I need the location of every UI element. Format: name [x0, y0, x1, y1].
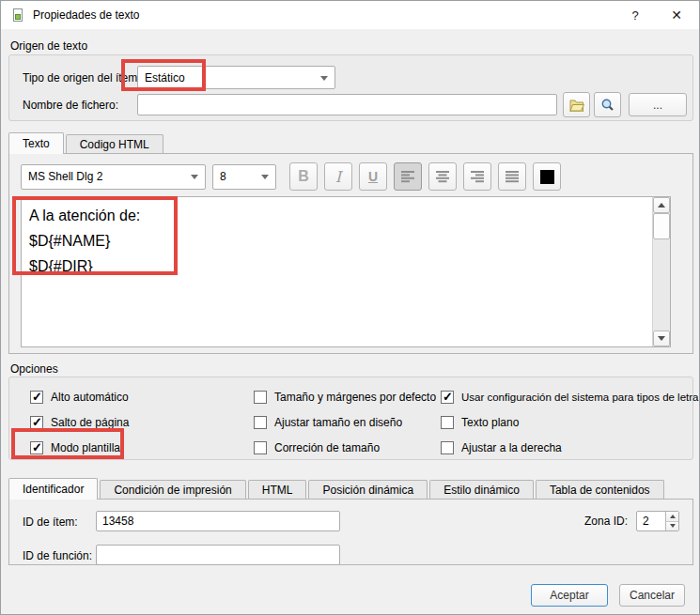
- checkbox-texto-plano[interactable]: ✓ Texto plano: [441, 416, 692, 429]
- folder-icon: [569, 99, 584, 112]
- tipo-origen-label: Tipo de origen del ítem:: [23, 71, 141, 85]
- text-properties-dialog: Propiedades de texto ? ✕ Origen de texto…: [0, 0, 700, 615]
- checkbox-label: Correción de tamaño: [274, 441, 380, 454]
- align-center-button[interactable]: [428, 162, 457, 191]
- tab-texto[interactable]: Texto: [8, 132, 64, 154]
- spin-up-button[interactable]: [666, 512, 678, 522]
- font-color-button[interactable]: [533, 162, 561, 191]
- text-line: A la atención de:: [29, 203, 645, 228]
- text-line: $D{#NAME}: [29, 228, 645, 254]
- opciones-groupbox: ✓ Alto automático ✓ Salto de página ✓ Mo…: [8, 377, 693, 460]
- italic-icon: I: [335, 168, 341, 186]
- bold-button[interactable]: B: [289, 162, 318, 191]
- checkbox-box[interactable]: ✓: [30, 391, 43, 404]
- id-item-input[interactable]: [96, 511, 340, 531]
- checkbox-label: Tamaño y márgenes por defecto: [274, 391, 436, 404]
- check-icon: ✓: [443, 390, 453, 404]
- align-center-icon: [434, 170, 451, 183]
- underline-button[interactable]: U: [359, 162, 387, 191]
- spin-down-button[interactable]: [666, 522, 678, 531]
- checkbox-box[interactable]: ✓: [30, 416, 43, 429]
- checkbox-box[interactable]: ✓: [441, 416, 454, 429]
- checkbox-box[interactable]: ✓: [254, 441, 267, 454]
- text-line: $D{#DIR}: [29, 254, 645, 279]
- tab-identificador[interactable]: Identificador: [8, 478, 98, 500]
- tab-condicion-impresion[interactable]: Condición de impresión: [100, 480, 245, 500]
- fichero-input[interactable]: [137, 94, 557, 115]
- italic-button[interactable]: I: [324, 162, 352, 191]
- scroll-down-button[interactable]: [653, 331, 670, 346]
- scrollbar-thumb[interactable]: [653, 213, 670, 239]
- checkbox-ajustar-tamano[interactable]: ✓ Ajustar tamaño en diseño: [254, 416, 460, 429]
- id-funcion-input[interactable]: [96, 545, 340, 565]
- origen-groupbox: Tipo de origen del ítem: Estático Nombre…: [8, 54, 693, 121]
- zona-id-label: Zona ID:: [584, 515, 628, 528]
- scrollbar-track[interactable]: [653, 213, 670, 331]
- open-file-button[interactable]: [563, 92, 590, 117]
- checkbox-label: Modo plantilla: [51, 441, 120, 454]
- checkbox-salto-de-pagina[interactable]: ✓ Salto de página: [30, 416, 246, 429]
- tab-posicion-dinamica[interactable]: Posición dinámica: [308, 480, 428, 500]
- checkbox-box[interactable]: ✓: [254, 391, 267, 404]
- tipo-origen-combobox[interactable]: Estático: [137, 66, 335, 89]
- tab-tabla-contenidos[interactable]: Tabla de contenidos: [536, 480, 664, 500]
- checkbox-box[interactable]: ✓: [441, 441, 454, 454]
- checkbox-label: Texto plano: [461, 416, 519, 429]
- font-family-value: MS Shell Dlg 2: [28, 170, 102, 183]
- zona-id-spinner[interactable]: [636, 511, 679, 531]
- accept-button[interactable]: Aceptar: [531, 584, 608, 607]
- checkbox-box[interactable]: ✓: [441, 391, 454, 404]
- checkbox-ajustar-derecha[interactable]: ✓ Ajustar a la derecha: [441, 441, 692, 454]
- help-button[interactable]: ?: [616, 1, 654, 29]
- zona-id-group: Zona ID:: [584, 511, 679, 531]
- checkbox-alto-automatico[interactable]: ✓ Alto automático: [30, 391, 246, 404]
- font-family-combobox[interactable]: MS Shell Dlg 2: [21, 164, 206, 190]
- id-funcion-label: ID de función:: [23, 549, 92, 562]
- checkbox-usar-configuracion-sistema[interactable]: ✓ Usar configuración del sistema para ti…: [441, 391, 692, 404]
- align-justify-button[interactable]: [498, 162, 526, 191]
- checkbox-tamano-margenes[interactable]: ✓ Tamaño y márgenes por defecto: [254, 391, 460, 404]
- align-left-button[interactable]: [394, 162, 422, 191]
- scroll-up-button[interactable]: [653, 197, 670, 213]
- checkbox-label: Usar configuración del sistema para tipo…: [461, 392, 699, 403]
- checkbox-correcion-tamano[interactable]: ✓ Correción de tamaño: [254, 441, 460, 454]
- checkbox-box[interactable]: ✓: [254, 416, 267, 429]
- search-file-button[interactable]: [594, 92, 621, 117]
- document-icon: [10, 8, 25, 23]
- arrow-down-icon: [670, 524, 676, 528]
- close-button[interactable]: ✕: [654, 1, 699, 29]
- editor-tabpanel: MS Shell Dlg 2 8 B I U: [8, 153, 693, 354]
- align-justify-icon: [504, 170, 521, 183]
- identificador-tabpanel: ID de ítem: Zona ID: ID de función:: [8, 499, 693, 565]
- chevron-down-icon: [191, 175, 198, 179]
- arrow-up-icon: [658, 203, 665, 208]
- text-content-area[interactable]: A la atención de: $D{#NAME} $D{#DIR}: [21, 196, 671, 347]
- identificador-tabbar: Identificador Condición de impresión HTM…: [8, 478, 666, 500]
- tab-estilo-dinamico[interactable]: Estilo dinámico: [429, 480, 534, 500]
- textarea-scrollbar[interactable]: [652, 197, 670, 346]
- align-right-icon: [469, 170, 486, 183]
- cancel-button[interactable]: Cancelar: [619, 584, 685, 607]
- align-right-button[interactable]: [463, 162, 491, 191]
- options-column-3: ✓ Usar configuración del sistema para ti…: [441, 391, 692, 454]
- checkbox-label: Ajustar a la derecha: [461, 441, 562, 454]
- options-column-2: ✓ Tamaño y márgenes por defecto ✓ Ajusta…: [254, 391, 460, 454]
- arrow-up-icon: [670, 515, 676, 518]
- text-content[interactable]: A la atención de: $D{#NAME} $D{#DIR}: [22, 197, 652, 346]
- checkbox-modo-plantilla[interactable]: ✓ Modo plantilla: [30, 441, 246, 454]
- checkbox-label: Salto de página: [51, 416, 129, 429]
- spinner-buttons: [665, 512, 678, 530]
- check-icon: ✓: [32, 390, 42, 404]
- font-size-combobox[interactable]: 8: [212, 164, 276, 190]
- chevron-down-icon: [261, 175, 269, 179]
- browse-button[interactable]: ...: [629, 93, 687, 116]
- tab-codigo-html[interactable]: Codigo HTML: [66, 134, 163, 154]
- tab-html[interactable]: HTML: [248, 480, 307, 500]
- bold-icon: B: [298, 168, 309, 185]
- opciones-group-title: Opciones: [10, 362, 58, 376]
- titlebar: Propiedades de texto ? ✕: [1, 1, 699, 29]
- font-size-value: 8: [220, 170, 226, 183]
- checkbox-label: Ajustar tamaño en diseño: [274, 416, 402, 429]
- check-icon: ✓: [32, 440, 42, 454]
- checkbox-box[interactable]: ✓: [30, 441, 43, 454]
